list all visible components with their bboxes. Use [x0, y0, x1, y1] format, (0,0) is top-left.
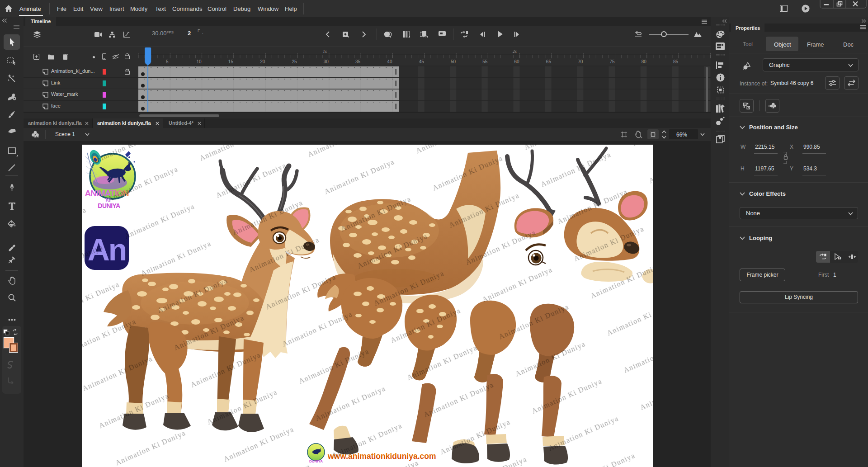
- svg-text:35: 35: [355, 59, 361, 64]
- svg-text:85: 85: [673, 59, 679, 64]
- svg-text:40: 40: [387, 59, 392, 64]
- svg-text:75: 75: [609, 59, 615, 64]
- svg-text:80: 80: [642, 59, 647, 64]
- svg-text:50: 50: [451, 59, 456, 64]
- svg-text:60: 60: [514, 59, 520, 64]
- svg-text:45: 45: [419, 59, 425, 64]
- svg-text:30: 30: [324, 59, 329, 64]
- svg-text:10: 10: [197, 59, 202, 64]
- svg-text:15: 15: [228, 59, 234, 64]
- svg-text:25: 25: [292, 59, 297, 64]
- svg-text:5: 5: [166, 59, 169, 64]
- svg-text:1s: 1s: [323, 49, 327, 54]
- svg-text:70: 70: [578, 59, 583, 64]
- svg-text:20: 20: [260, 59, 265, 64]
- svg-text:1: 1: [839, 257, 840, 260]
- svg-text:65: 65: [546, 59, 552, 64]
- svg-text:2s: 2s: [513, 49, 517, 54]
- svg-text:55: 55: [482, 59, 488, 64]
